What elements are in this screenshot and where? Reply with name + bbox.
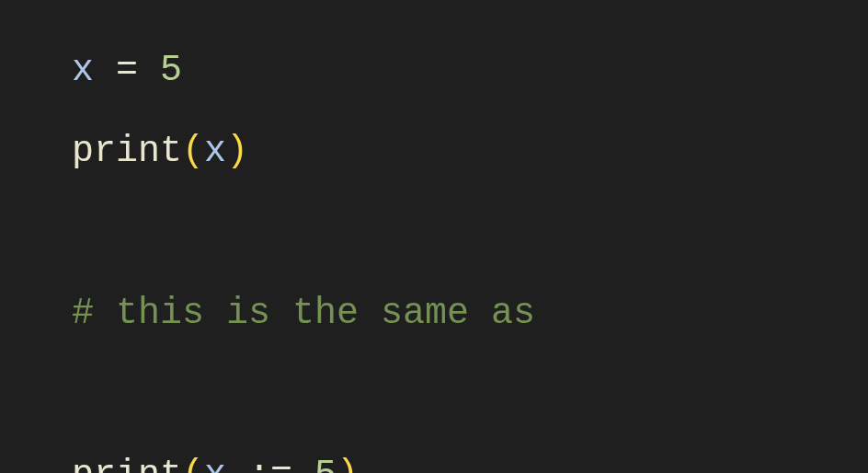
code-line-blank-2 [72,365,868,424]
paren-open: ( [182,131,204,172]
number-literal: 5 [160,50,182,91]
code-line-blank-1 [72,203,868,262]
paren-close: ) [226,131,248,172]
comment-text: # this is the same as [72,293,535,334]
operator-assign: = [94,50,160,91]
variable-x: x [72,50,94,91]
code-line-2: print(x) [72,122,868,181]
variable-x: x [204,455,226,473]
function-print: print [72,455,182,473]
code-line-3: # this is the same as [72,284,868,343]
variable-x: x [204,131,226,172]
code-line-4: print(x := 5) [72,446,868,473]
function-print: print [72,131,182,172]
paren-close: ) [337,455,359,473]
number-literal: 5 [314,455,337,473]
paren-open: ( [182,455,204,473]
code-line-1: x = 5 [72,41,868,100]
operator-walrus: := [226,455,314,473]
